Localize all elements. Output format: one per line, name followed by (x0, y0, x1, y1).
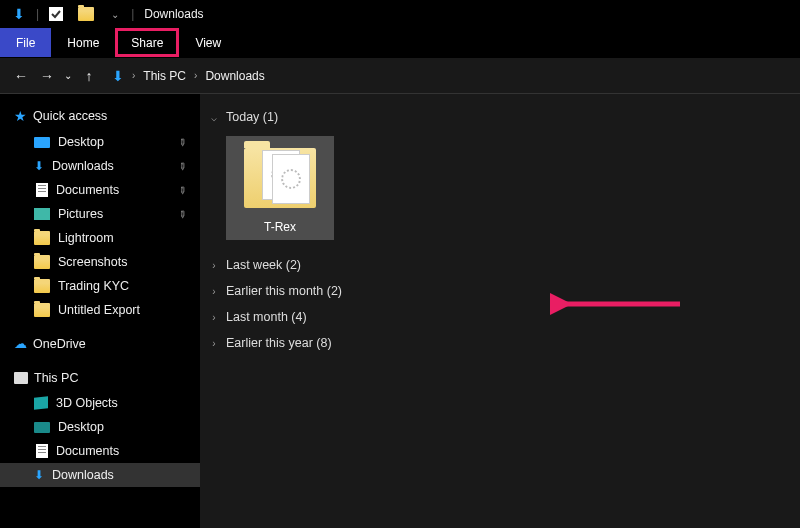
folder-icon (77, 5, 95, 23)
sidebar-item-desktop[interactable]: Desktop✎ (0, 130, 200, 154)
separator: | (36, 7, 39, 21)
group-earlier-this-year[interactable]: › Earlier this year (8) (206, 330, 794, 356)
sidebar-item-documents[interactable]: Documents✎ (0, 178, 200, 202)
document-icon (36, 444, 48, 458)
chevron-right-icon[interactable]: › (194, 70, 197, 81)
folder-icon (34, 231, 50, 245)
file-label: T-Rex (264, 220, 296, 234)
window-title: Downloads (144, 7, 203, 21)
folder-icon (34, 279, 50, 293)
location-icon: ⬇ (112, 68, 124, 84)
cloud-icon: ☁ (14, 336, 27, 351)
sidebar-item-downloads-pc[interactable]: ⬇Downloads (0, 463, 200, 487)
sidebar-item-untitled-export[interactable]: Untitled Export (0, 298, 200, 322)
folder-icon (34, 255, 50, 269)
content-pane[interactable]: ⌵ Today (1) T-Rex › Last week (2) › Earl… (200, 94, 800, 528)
3d-objects-icon (34, 396, 48, 409)
chevron-right-icon[interactable]: › (208, 286, 220, 297)
chevron-right-icon[interactable]: › (208, 338, 220, 349)
pin-icon: ✎ (175, 183, 188, 196)
titlebar: ⬇ | ⌄ | Downloads (0, 0, 800, 28)
sidebar-item-documents-pc[interactable]: Documents (0, 439, 200, 463)
folder-icon (34, 303, 50, 317)
chevron-right-icon[interactable]: › (208, 312, 220, 323)
crumb-downloads[interactable]: Downloads (205, 69, 264, 83)
monitor-icon (34, 137, 50, 148)
file-t-rex[interactable]: T-Rex (226, 136, 334, 240)
forward-button[interactable]: → (34, 63, 60, 89)
pc-icon (14, 372, 28, 384)
breadcrumb[interactable]: ⬇ › This PC › Downloads (112, 68, 265, 84)
tab-home[interactable]: Home (51, 28, 115, 57)
sidebar-item-lightroom[interactable]: Lightroom (0, 226, 200, 250)
sidebar-onedrive[interactable]: ☁OneDrive (0, 336, 200, 357)
history-dropdown[interactable]: ⌄ (60, 63, 76, 89)
group-last-week[interactable]: › Last week (2) (206, 252, 794, 278)
checkbox-icon[interactable] (47, 5, 65, 23)
sidebar-item-desktop-pc[interactable]: Desktop (0, 415, 200, 439)
compressed-folder-icon (236, 142, 324, 214)
crumb-this-pc[interactable]: This PC (143, 69, 186, 83)
monitor-icon (34, 422, 50, 433)
pictures-icon (34, 208, 50, 220)
download-icon: ⬇ (34, 468, 44, 482)
sidebar-item-downloads[interactable]: ⬇Downloads✎ (0, 154, 200, 178)
ribbon-tabs: File Home Share View (0, 28, 800, 58)
group-today-items: T-Rex (206, 130, 794, 252)
chevron-right-icon[interactable]: › (208, 260, 220, 271)
tab-view[interactable]: View (179, 28, 237, 57)
download-icon: ⬇ (10, 5, 28, 23)
sidebar-item-3d-objects[interactable]: 3D Objects (0, 391, 200, 415)
sidebar: ★ Quick access Desktop✎ ⬇Downloads✎ Docu… (0, 94, 200, 528)
chevron-right-icon[interactable]: › (132, 70, 135, 81)
download-icon: ⬇ (34, 159, 44, 173)
sidebar-item-trading-kyc[interactable]: Trading KYC (0, 274, 200, 298)
tab-file[interactable]: File (0, 28, 51, 57)
tab-share[interactable]: Share (115, 28, 179, 57)
document-icon (36, 183, 48, 197)
separator: | (131, 7, 134, 21)
pin-icon: ✎ (175, 159, 188, 172)
pin-icon: ✎ (175, 207, 188, 220)
up-button[interactable]: ↑ (76, 63, 102, 89)
sidebar-header-label: Quick access (33, 109, 107, 123)
sidebar-this-pc[interactable]: This PC (0, 371, 200, 391)
chevron-down-icon[interactable]: ⌵ (208, 112, 220, 123)
back-button[interactable]: ← (8, 63, 34, 89)
group-earlier-this-month[interactable]: › Earlier this month (2) (206, 278, 794, 304)
nav-toolbar: ← → ⌄ ↑ ⬇ › This PC › Downloads (0, 58, 800, 94)
qat-dropdown-icon[interactable]: ⌄ (107, 5, 123, 23)
sidebar-item-screenshots[interactable]: Screenshots (0, 250, 200, 274)
sidebar-item-pictures[interactable]: Pictures✎ (0, 202, 200, 226)
group-today[interactable]: ⌵ Today (1) (206, 104, 794, 130)
star-icon: ★ (14, 108, 27, 124)
sidebar-quick-access[interactable]: ★ Quick access (0, 108, 200, 130)
pin-icon: ✎ (175, 135, 188, 148)
group-last-month[interactable]: › Last month (4) (206, 304, 794, 330)
svg-rect-0 (49, 7, 63, 21)
